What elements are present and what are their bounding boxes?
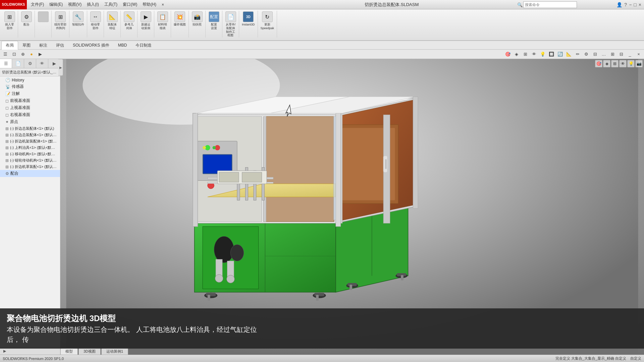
tree-item-assembly1[interactable]: ⊞ (-) 折边总装配体<1> (默认) — [0, 125, 60, 132]
panel-tab-config[interactable]: ⚙ — [24, 59, 36, 68]
toolbar-btn-display[interactable]: ◈ — [513, 51, 521, 58]
icon-toolbar: ☰ ⊡ ⊕ ● ▶ 🎯 ◈ ⊞ 👁 💡 🔲 🔄 📐 ✏ ⚙ ⊟ … ⊞ ⊟ _ … — [0, 50, 644, 59]
tree-item-assembly6[interactable]: ⊞ (-) 链轮传动机构<1> (默认<默认_显 — [0, 157, 60, 164]
tree-item-annotation[interactable]: 📝 注解 — [0, 90, 60, 97]
view-camera-btn[interactable]: 📷 — [635, 60, 643, 67]
menu-edit[interactable]: 编辑(E) — [47, 0, 65, 9]
toolbar-btn-tree[interactable]: ☰ — [1, 51, 9, 58]
menu-tools[interactable]: 工具(T) — [102, 0, 120, 9]
panel-collapse-button[interactable]: ▶ — [58, 59, 63, 76]
tree-item-assembly4[interactable]: ⊞ (-) 上料治具<1> (默认<默认_显示状 — [0, 144, 60, 151]
ribbon-btn-mate[interactable]: ⚙ 配合 — [20, 11, 33, 27]
tree-item-assembly5[interactable]: ⊞ (-) 移动机构<1> (默认<默认_显示状 — [0, 151, 60, 157]
menu-insert[interactable]: 插入(I) — [84, 0, 101, 9]
toolbar-btn-orientation[interactable]: 🎯 — [504, 51, 512, 58]
ribbon-btn-snapshot[interactable]: 📸 拍快照 — [191, 11, 204, 27]
tab-today[interactable]: 今日制造 — [131, 41, 156, 50]
menu-help[interactable]: 帮助(H) — [140, 0, 159, 9]
toolbar-btn-color[interactable]: ● — [28, 51, 36, 58]
panel-tab-display[interactable]: 👁 — [36, 59, 48, 68]
tree-item-sensor[interactable]: 📡 传感器 — [0, 83, 60, 90]
menu-view[interactable]: 视图(V) — [65, 0, 84, 9]
tree-item-assembly2[interactable]: ⊞ (-) 压边总装配体<1> (默认<默认_显 — [0, 132, 60, 138]
tree-item-history[interactable]: 🕐 History — [0, 77, 60, 83]
tab-evaluate[interactable]: 评估 — [52, 41, 68, 50]
ribbon-tabs: 布局 草图 标注 评估 SOLIDWORKS 插件 MBD 今日制造 — [0, 41, 644, 50]
tree-item-assembly7[interactable]: ⊞ (-) 折边机罩装配<1> (默认<默认_显 — [0, 164, 60, 170]
menu-window[interactable]: 窗口(W) — [120, 0, 140, 9]
maximize-button[interactable]: □ — [634, 2, 636, 7]
tree-item-top-plane[interactable]: ◻ 上视基准面 — [0, 104, 60, 111]
svg-point-43 — [213, 146, 216, 149]
toolbar-btn-settings[interactable]: ⚙ — [582, 51, 590, 58]
layout-btn-2[interactable]: ⊟ — [617, 51, 625, 58]
panel-footer-btn[interactable]: ▶ — [1, 348, 8, 354]
ribbon-btn-motion[interactable]: ▶ 新建运动算例 — [139, 11, 153, 31]
ribbon-btn-pattern[interactable]: ⊞ 线性零部件阵列 — [53, 11, 68, 31]
empty-icon — [38, 11, 49, 22]
tab-annotation[interactable]: 标注 — [35, 41, 52, 50]
bottom-tab-3dview[interactable]: 3D视图 — [78, 348, 101, 355]
tab-mbd[interactable]: MBD — [114, 41, 131, 49]
ribbon-btn-bom[interactable]: 📋 材料明细表 — [156, 11, 169, 31]
svg-rect-65 — [413, 97, 418, 208]
tree-item-assembly3[interactable]: ⊞ (-) 折边机架装配体<1> (默认<默认_ — [0, 138, 60, 144]
bottom-tab-motion[interactable]: 运动算例1 — [101, 348, 128, 355]
panel-tab-tree[interactable]: ☰ — [0, 59, 12, 68]
close-button[interactable]: × — [639, 2, 641, 7]
tab-plugins[interactable]: SOLIDWORKS 插件 — [68, 41, 114, 50]
snapshot-icon: 📸 — [192, 11, 203, 22]
view-orientation-btn[interactable]: 🎯 — [595, 60, 602, 67]
toolbar-btn-section[interactable]: ⊞ — [521, 51, 529, 58]
toolbar-btn-light[interactable]: 💡 — [539, 51, 547, 58]
view-light-btn[interactable]: 💡 — [627, 60, 635, 67]
toolbar-btn-rotate[interactable]: 🔄 — [556, 51, 564, 58]
help-icon[interactable]: ? — [624, 2, 627, 7]
minimize-button[interactable]: − — [629, 2, 632, 7]
tree-item-origin[interactable]: ✦ 原点 — [0, 118, 60, 125]
layout-btn-3[interactable]: _ — [626, 51, 634, 58]
ribbon-btn-feature[interactable]: 📐 装配体特征 — [106, 11, 119, 31]
toolbar-btn-hide[interactable]: 🔲 — [547, 51, 555, 58]
tree-item-front-plane[interactable]: ◻ 前视基准面 — [0, 97, 60, 104]
tab-sketch[interactable]: 草图 — [18, 41, 35, 50]
layout-btn-close[interactable]: × — [635, 51, 643, 58]
panel-header: 切折烫边总装配体 (默认<默认_显示状态- — [0, 68, 60, 76]
status-customize[interactable]: 自定义 — [630, 356, 641, 361]
ribbon-btn-move[interactable]: ↔ 移动零部件 — [89, 11, 102, 31]
toolbar-btn-magicwand[interactable]: ✏ — [574, 51, 582, 58]
ribbon-btn-smart[interactable]: 🔧 智能扣件 — [71, 11, 86, 27]
ribbon-btn-ref[interactable]: 📏 参考几何体 — [122, 11, 136, 31]
layout-btn-1[interactable]: ⊞ — [608, 51, 616, 58]
view-section-btn[interactable]: ⊞ — [611, 60, 619, 67]
search-input[interactable] — [523, 1, 577, 8]
svg-rect-62 — [336, 113, 341, 227]
toolbar-btn-measure[interactable]: 📐 — [565, 51, 573, 58]
move-icon: ↔ — [90, 11, 101, 22]
svg-rect-16 — [206, 293, 216, 296]
ribbon-btn-speedpak[interactable]: ↻ 更新Speedpak — [259, 11, 276, 31]
tab-layout[interactable]: 布局 — [1, 41, 18, 50]
bottom-tab-model[interactable]: 模型 — [60, 348, 78, 355]
ribbon-btn-explode[interactable]: 💥 爆炸视图 — [172, 11, 187, 27]
toolbar-btn-arrow[interactable]: ▶ — [36, 51, 44, 58]
view-hide-btn[interactable]: 👁 — [619, 60, 627, 67]
toolbar-btn-compass[interactable]: ⊕ — [19, 51, 27, 58]
toolbar-btn-extras[interactable]: … — [600, 51, 608, 58]
tree-item-right-plane[interactable]: ◻ 右视基准面 — [0, 111, 60, 118]
user-icon[interactable]: 👤 — [616, 2, 622, 7]
toolbar-btn-grid[interactable]: ⊟ — [591, 51, 599, 58]
ribbon-btn-instant3d[interactable]: 3D Instant3D — [240, 11, 256, 27]
svg-rect-26 — [401, 275, 404, 281]
view-display-btn[interactable]: ◈ — [603, 60, 610, 67]
ribbon-btn-config[interactable]: 配置 配置设置 — [207, 11, 221, 31]
toolbar-btn-split[interactable]: ⊡ — [10, 51, 18, 58]
toolbar-btn-view1[interactable]: 👁 — [530, 51, 538, 58]
ribbon-btn-insert-part[interactable]: ⊞ 插入零部件 — [3, 11, 16, 31]
ribbon-btn-drawing[interactable]: 📄 从零件/装配体制作工程图 — [224, 11, 237, 38]
panel-tab-property[interactable]: 📄 — [12, 59, 24, 68]
tree-item-mate[interactable]: ⚙ 配合 — [0, 170, 60, 177]
menu-extra[interactable]: × — [159, 0, 167, 9]
ribbon-btn-empty[interactable] — [37, 11, 50, 23]
menu-file[interactable]: 文件(F) — [28, 0, 47, 9]
